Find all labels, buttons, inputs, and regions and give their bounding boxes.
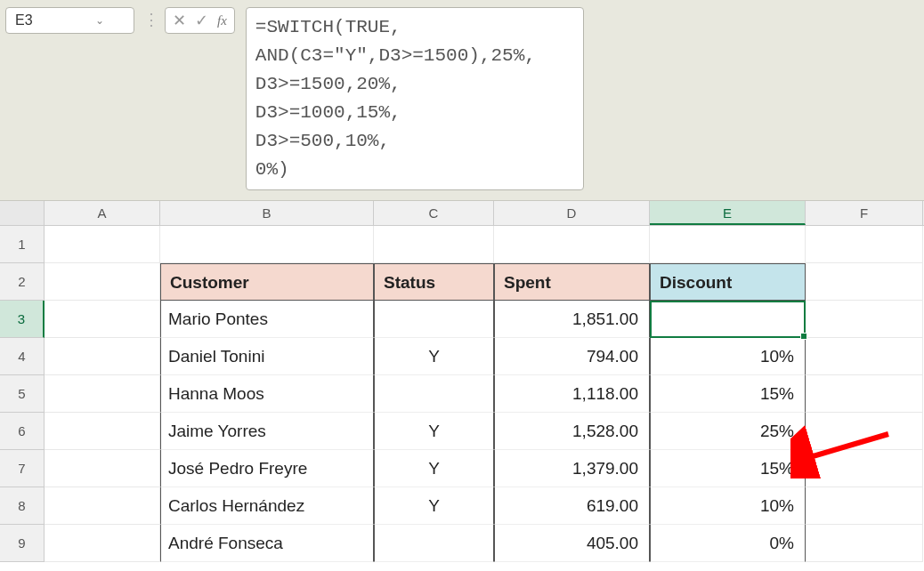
cell-F2[interactable] [806,263,923,301]
name-box[interactable]: ⌄ [5,7,134,34]
cell-D7[interactable]: 1,379.00 [494,450,650,487]
grid-row: 3Mario Pontes1,851.0020% [0,301,924,338]
cell-D4[interactable]: 794.00 [494,338,650,375]
grip-icon: ⋮ [143,12,159,28]
cell-E2[interactable]: Discount [650,263,806,301]
formula-bar-area: ⌄ ⋮ ✕ ✓ fx =SWITCH(TRUE, AND(C3="Y",D3>=… [0,0,924,201]
cell-C3[interactable] [374,301,494,338]
cell-A9[interactable] [45,525,160,562]
grid-row: 7José Pedro FreyreY1,379.0015% [0,450,924,487]
chevron-down-icon[interactable]: ⌄ [95,14,104,27]
grid-body[interactable]: 12CustomerStatusSpentDiscount3Mario Pont… [0,226,924,562]
select-all-corner[interactable] [0,201,45,225]
cell-A8[interactable] [45,487,160,525]
column-header-C[interactable]: C [374,201,494,225]
cell-C9[interactable] [374,525,494,562]
cell-A4[interactable] [45,338,160,375]
row-header[interactable]: 6 [0,413,45,450]
cell-C6[interactable]: Y [374,413,494,450]
cell-C8[interactable]: Y [374,487,494,525]
cancel-icon[interactable]: ✕ [171,12,188,28]
formula-input[interactable]: =SWITCH(TRUE, AND(C3="Y",D3>=1500),25%, … [246,7,584,190]
cell-B8[interactable]: Carlos Hernández [160,487,374,525]
cell-B9[interactable]: André Fonseca [160,525,374,562]
cell-D6[interactable]: 1,528.00 [494,413,650,450]
cell-A5[interactable] [45,375,160,413]
cell-E1[interactable] [650,226,806,263]
cell-C4[interactable]: Y [374,338,494,375]
fx-icon[interactable]: fx [215,13,229,28]
cell-D5[interactable]: 1,118.00 [494,375,650,413]
row-header[interactable]: 5 [0,375,45,413]
cell-E4[interactable]: 10% [650,338,806,375]
column-header-D[interactable]: D [494,201,650,225]
grid-row: 1 [0,226,924,263]
cell-E8[interactable]: 10% [650,487,806,525]
name-box-input[interactable] [15,12,95,28]
cell-D2[interactable]: Spent [494,263,650,301]
grid-row: 5Hanna Moos1,118.0015% [0,375,924,413]
cell-F1[interactable] [806,226,923,263]
cell-B6[interactable]: Jaime Yorres [160,413,374,450]
cell-B4[interactable]: Daniel Tonini [160,338,374,375]
cell-D3[interactable]: 1,851.00 [494,301,650,338]
cell-C1[interactable] [374,226,494,263]
cell-B5[interactable]: Hanna Moos [160,375,374,413]
grid-row: 9André Fonseca405.000% [0,525,924,562]
grid-row: 8Carlos HernándezY619.0010% [0,487,924,525]
cell-B3[interactable]: Mario Pontes [160,301,374,338]
column-header-A[interactable]: A [45,201,160,225]
cell-B2[interactable]: Customer [160,263,374,301]
grid-row: 4Daniel ToniniY794.0010% [0,338,924,375]
cell-F7[interactable] [806,450,923,487]
cell-E9[interactable]: 0% [650,525,806,562]
cell-A2[interactable] [45,263,160,301]
cell-E3[interactable]: 20% [650,301,806,338]
row-header[interactable]: 8 [0,487,45,525]
row-header[interactable]: 2 [0,263,45,301]
row-header[interactable]: 7 [0,450,45,487]
cell-D9[interactable]: 405.00 [494,525,650,562]
cell-F6[interactable] [806,413,923,450]
grid-row: 2CustomerStatusSpentDiscount [0,263,924,301]
cell-C2[interactable]: Status [374,263,494,301]
cell-E6[interactable]: 25% [650,413,806,450]
cell-E5[interactable]: 15% [650,375,806,413]
cell-F5[interactable] [806,375,923,413]
cell-D8[interactable]: 619.00 [494,487,650,525]
row-header[interactable]: 3 [0,301,45,338]
cell-A1[interactable] [45,226,160,263]
cell-F9[interactable] [806,525,923,562]
cell-D1[interactable] [494,226,650,263]
cell-A6[interactable] [45,413,160,450]
cell-A3[interactable] [45,301,160,338]
cell-F8[interactable] [806,487,923,525]
cell-E7[interactable]: 15% [650,450,806,487]
cell-C5[interactable] [374,375,494,413]
column-header-row: ABCDEF [0,201,924,226]
cell-A7[interactable] [45,450,160,487]
grid-row: 6Jaime YorresY1,528.0025% [0,413,924,450]
cell-B7[interactable]: José Pedro Freyre [160,450,374,487]
row-header[interactable]: 9 [0,525,45,562]
cell-C7[interactable]: Y [374,450,494,487]
column-header-E[interactable]: E [650,201,806,225]
cell-F3[interactable] [806,301,923,338]
row-header[interactable]: 1 [0,226,45,263]
column-header-B[interactable]: B [160,201,374,225]
cell-B1[interactable] [160,226,374,263]
cell-F4[interactable] [806,338,923,375]
column-header-F[interactable]: F [806,201,923,225]
row-header[interactable]: 4 [0,338,45,375]
accept-icon[interactable]: ✓ [193,12,210,28]
formula-buttons: ✕ ✓ fx [165,7,235,34]
